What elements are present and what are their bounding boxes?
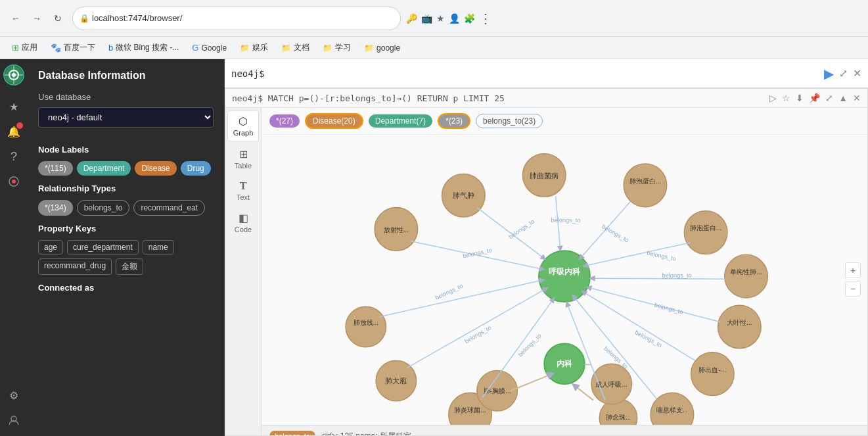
bookmark-docs[interactable]: 📁 文档 xyxy=(276,40,315,55)
status-badge[interactable]: belongs_to xyxy=(269,431,315,435)
close-result-button[interactable]: ✕ xyxy=(853,93,861,103)
legend-department-7[interactable]: Department(7) xyxy=(369,114,432,128)
tab-code[interactable]: ◧ Code xyxy=(227,208,259,237)
sidebar-item-user[interactable] xyxy=(3,410,24,431)
app-logo xyxy=(3,64,24,85)
status-text: <id>: 125 name: 所属科室 xyxy=(321,431,411,436)
zoom-in-button[interactable]: + xyxy=(845,262,861,278)
tag-recommand-eat[interactable]: recommand_eat xyxy=(133,200,205,216)
tab-text[interactable]: T Text xyxy=(227,176,259,205)
bookmark-google2[interactable]: 📁 google xyxy=(359,41,405,55)
node-feipaodanbai1[interactable] xyxy=(624,164,667,207)
node-feipaodanbai2[interactable] xyxy=(684,211,727,254)
database-select[interactable]: neo4j - default xyxy=(38,107,214,128)
edge-to-neike2 xyxy=(572,384,593,400)
svg-text:肺出血-...: 肺出血-... xyxy=(698,366,726,374)
favorite-button[interactable]: ☆ xyxy=(782,93,790,103)
edge-label-1: belongs_to xyxy=(507,218,536,240)
status-bar: belongs_to <id>: 125 name: 所属科室 xyxy=(262,425,867,436)
query-input[interactable] xyxy=(231,68,819,79)
node-feichuexue[interactable] xyxy=(691,352,735,396)
tab-graph[interactable]: ⬡ Graph xyxy=(227,110,259,141)
tab-table[interactable]: ⊞ Table xyxy=(227,144,259,174)
query-bar: ▶ ⤢ ✕ xyxy=(225,59,868,88)
bookmark-google[interactable]: G Google xyxy=(187,41,232,55)
download-button[interactable]: ⬇ xyxy=(796,93,804,103)
tag-all-rels[interactable]: *(134) xyxy=(38,200,73,216)
node-feifangxian[interactable] xyxy=(346,306,386,347)
svg-text:喘息样支...: 喘息样支... xyxy=(656,406,689,414)
legend-all-23[interactable]: *(23) xyxy=(438,113,470,129)
table-tab-label: Table xyxy=(235,162,252,170)
sidebar-item-help[interactable]: ? xyxy=(3,146,24,167)
edge-label-6: belongs_to xyxy=(662,272,692,279)
browser-bar: ← → ↻ 🔒 localhost:7474/browser/ 🔑 📺 ★ 👤 … xyxy=(0,0,868,37)
bookmark-yule[interactable]: 📁 娱乐 xyxy=(235,40,273,55)
prop-jiné[interactable]: 金额 xyxy=(116,258,143,275)
svg-text:肺气肿: 肺气肿 xyxy=(453,191,474,199)
sidebar-item-bell[interactable]: 🔔 xyxy=(3,121,24,142)
svg-text:肺泡蛋白...: 肺泡蛋白... xyxy=(629,178,662,185)
address-bar[interactable]: localhost:7474/browser/ xyxy=(92,9,394,28)
sidebar-item-star[interactable]: ★ xyxy=(3,96,24,117)
svg-text:肺大庖: 肺大庖 xyxy=(385,377,407,385)
edge-label-2: belongs_to xyxy=(551,217,581,224)
svg-text:肺泡蛋白...: 肺泡蛋白... xyxy=(690,224,722,231)
prop-name[interactable]: name xyxy=(143,240,174,254)
zoom-out-button[interactable]: − xyxy=(845,281,861,297)
sidebar-item-settings[interactable]: ⚙ xyxy=(3,385,24,406)
svg-text:肺曲菌病: 肺曲菌病 xyxy=(530,172,559,180)
profile-icon: 👤 xyxy=(449,13,460,24)
bookmark-baidu[interactable]: 🐾 百度一下 xyxy=(45,40,101,55)
expand-query-button[interactable]: ⤢ xyxy=(839,67,848,80)
view-tabs: ⬡ Graph ⊞ Table T Text ◧ Code xyxy=(225,108,262,435)
result-query-label: neo4j$ MATCH p=()-[r:belongs_to]→() RETU… xyxy=(232,93,505,103)
collapse-button[interactable]: ▲ xyxy=(838,93,848,103)
pin-button[interactable]: 📌 xyxy=(809,93,820,103)
fullscreen-button[interactable]: ⤢ xyxy=(825,93,833,103)
property-keys-row: age cure_department name recommand_drug … xyxy=(38,240,214,275)
edge-label-7: belongs_to xyxy=(654,301,684,315)
tag-disease[interactable]: Disease xyxy=(135,161,176,176)
node-dayexing[interactable] xyxy=(718,305,762,349)
graph-content: *(27) Disease(20) Department(7) *(23) be… xyxy=(262,108,867,435)
bookmark-icon[interactable]: ★ xyxy=(436,13,445,24)
tag-all-nodes[interactable]: *(115) xyxy=(38,161,73,176)
bookmark-learning[interactable]: 📁 学习 xyxy=(317,40,356,55)
svg-text:大叶性...: 大叶性... xyxy=(727,319,752,326)
bookmark-bing[interactable]: b 微软 Bing 搜索 -... xyxy=(103,40,184,55)
run-query-button[interactable]: ▶ xyxy=(824,66,834,82)
zoom-controls: + − xyxy=(845,262,861,297)
tag-drug[interactable]: Drug xyxy=(181,161,211,176)
use-database-label: Use database xyxy=(38,92,214,102)
tag-department[interactable]: Department xyxy=(77,161,131,176)
back-button[interactable]: ← xyxy=(7,9,25,28)
lock-icon: 🔒 xyxy=(80,14,89,23)
legend-belongs-to-23[interactable]: belongs_to(23) xyxy=(476,114,543,128)
node-huxi-neike[interactable] xyxy=(539,251,590,302)
menu-dots[interactable]: ⋮ xyxy=(479,11,492,26)
edge-to-neike1 xyxy=(511,374,554,391)
sidebar-item-sync[interactable] xyxy=(3,171,24,192)
edge-feipaodanbai2 xyxy=(583,243,691,266)
svg-text:内科: 内科 xyxy=(557,359,573,368)
property-keys-title: Property Keys xyxy=(38,224,214,233)
refresh-button[interactable]: ↻ xyxy=(49,9,67,28)
main-content: ★ 🔔 ? ⚙ Database Information Us xyxy=(0,59,868,436)
prop-cure-department[interactable]: cure_department xyxy=(67,240,139,254)
prop-recommand-drug[interactable]: recommand_drug xyxy=(38,258,112,275)
edge-dayexing xyxy=(587,287,721,322)
relationship-types-row: *(134) belongs_to recommand_eat xyxy=(38,200,214,216)
legend-all-27[interactable]: *(27) xyxy=(269,114,300,128)
forward-button[interactable]: → xyxy=(28,9,46,28)
close-query-button[interactable]: ✕ xyxy=(853,67,861,80)
prop-age[interactable]: age xyxy=(38,240,63,254)
svg-text:放射性...: 放射性... xyxy=(384,226,409,233)
table-tab-icon: ⊞ xyxy=(239,148,248,160)
bookmark-apps[interactable]: ⊞ 应用 xyxy=(7,40,43,55)
replay-button[interactable]: ▷ xyxy=(769,93,777,103)
node-danchunsxing[interactable] xyxy=(725,254,768,298)
legend-disease-20[interactable]: Disease(20) xyxy=(305,113,363,129)
tag-belongs-to[interactable]: belongs_to xyxy=(77,200,130,216)
graph-tab-icon: ⬡ xyxy=(239,115,248,128)
